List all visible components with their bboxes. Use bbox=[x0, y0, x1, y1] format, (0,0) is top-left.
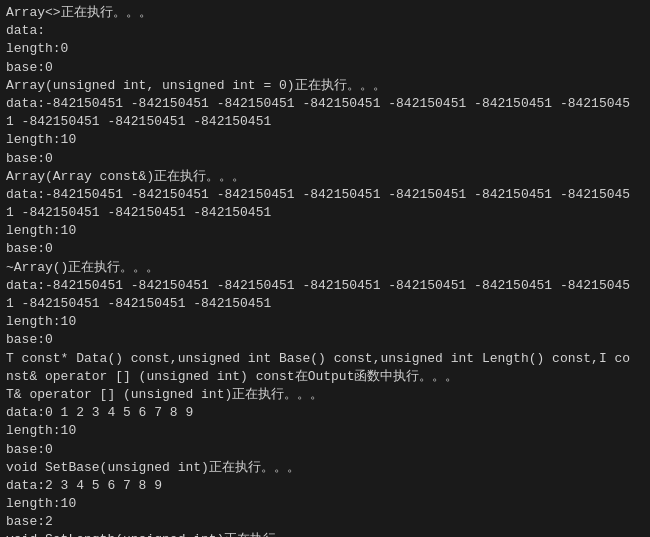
terminal-line: data:2 3 4 5 6 7 8 9 bbox=[6, 477, 644, 495]
terminal-line: base:0 bbox=[6, 59, 644, 77]
terminal-line: length:10 bbox=[6, 495, 644, 513]
terminal-line: void SetBase(unsigned int)正在执行。。。 bbox=[6, 459, 644, 477]
terminal-line: base:0 bbox=[6, 441, 644, 459]
terminal-line: base:2 bbox=[6, 513, 644, 531]
terminal-line: Array(unsigned int, unsigned int = 0)正在执… bbox=[6, 77, 644, 95]
terminal-line: length:10 bbox=[6, 131, 644, 149]
terminal-line: base:0 bbox=[6, 150, 644, 168]
terminal-line: Array<>正在执行。。。 bbox=[6, 4, 644, 22]
terminal-line: length:10 bbox=[6, 222, 644, 240]
terminal-line: T& operator [] (unsigned int)正在执行。。。 bbox=[6, 386, 644, 404]
terminal-line: data: bbox=[6, 22, 644, 40]
terminal-line: length:0 bbox=[6, 40, 644, 58]
terminal-line: base:0 bbox=[6, 240, 644, 258]
terminal-line: base:0 bbox=[6, 331, 644, 349]
terminal-line: 1 -842150451 -842150451 -842150451 bbox=[6, 295, 644, 313]
terminal-output: Array<>正在执行。。。data:length:0base:0Array(u… bbox=[0, 0, 650, 537]
terminal-line: data:0 1 2 3 4 5 6 7 8 9 bbox=[6, 404, 644, 422]
terminal-line: length:10 bbox=[6, 422, 644, 440]
terminal-line: void SetLength(unsigned int)正在执行。。。 bbox=[6, 531, 644, 537]
terminal-line: T const* Data() const,unsigned int Base(… bbox=[6, 350, 644, 368]
terminal-line: ~Array()正在执行。。。 bbox=[6, 259, 644, 277]
terminal-line: 1 -842150451 -842150451 -842150451 bbox=[6, 113, 644, 131]
terminal-line: Array(Array const&)正在执行。。。 bbox=[6, 168, 644, 186]
terminal-line: 1 -842150451 -842150451 -842150451 bbox=[6, 204, 644, 222]
terminal-line: data:-842150451 -842150451 -842150451 -8… bbox=[6, 95, 644, 113]
terminal-line: data:-842150451 -842150451 -842150451 -8… bbox=[6, 277, 644, 295]
terminal-line: nst& operator [] (unsigned int) const在Ou… bbox=[6, 368, 644, 386]
terminal-line: length:10 bbox=[6, 313, 644, 331]
terminal-line: data:-842150451 -842150451 -842150451 -8… bbox=[6, 186, 644, 204]
